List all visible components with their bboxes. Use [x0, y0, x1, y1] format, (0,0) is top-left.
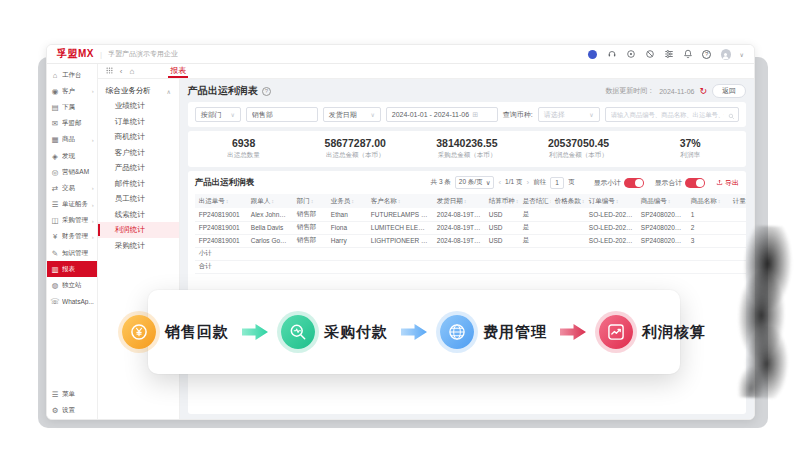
sidebar-item-menu[interactable]: ☰菜单	[47, 387, 97, 403]
chevron-down-icon[interactable]: ∨	[740, 51, 744, 58]
column-header[interactable]: 结算币种↕	[485, 194, 519, 208]
sidebar-item-marketing-am[interactable]: ◎营销&AM	[47, 164, 97, 180]
sidenav-item[interactable]: 业绩统计	[98, 98, 179, 114]
sidebar-item-procurement[interactable]: ◫采购管理›	[47, 213, 97, 229]
date-type-value: 发货日期	[329, 110, 357, 120]
filter-icon[interactable]	[664, 49, 674, 59]
chevron-down-icon: ∨	[370, 111, 374, 118]
export-label: 导出	[725, 178, 739, 188]
sidebar-item-settings[interactable]: ⚙设置	[47, 403, 97, 419]
table-cell: SP24080200001	[637, 234, 687, 247]
column-header[interactable]: 是否结汇↕	[519, 194, 551, 208]
table-cell: FP240819001	[195, 221, 247, 234]
total-toggle-label: 显示合计	[655, 178, 682, 188]
banner-step-label: 采购付款	[324, 323, 388, 342]
sidebar-item-fumeng-mail[interactable]: ✉孚盟邮	[47, 116, 97, 132]
sidebar-item-knowledge[interactable]: ✎知识管理	[47, 245, 97, 261]
goto-page-input[interactable]	[550, 177, 564, 189]
tab-reports[interactable]: 报表	[168, 64, 188, 78]
bell-icon[interactable]	[683, 49, 693, 59]
total-toggle[interactable]	[685, 178, 705, 188]
column-label: 客户名称	[371, 197, 397, 204]
date-type-select[interactable]: 发货日期 ∨	[323, 107, 381, 122]
table-row[interactable]: FP240819001Carlos Gomez销售部HarryLIGHTPION…	[195, 234, 746, 247]
column-header[interactable]: 商品名称↕	[687, 194, 729, 208]
currency-select[interactable]: 请选择 ∨	[538, 107, 600, 122]
sidenav-item[interactable]: 商机统计	[98, 129, 179, 145]
sidebar-item-finance[interactable]: ¥财务管理›	[47, 229, 97, 245]
sidenav-item[interactable]: 订单统计	[98, 114, 179, 130]
sidenav-item[interactable]: 邮件统计	[98, 176, 179, 192]
sidebar-item-customers[interactable]: ◉客户›	[47, 83, 97, 99]
table-row[interactable]: FP240819001Bella Davis销售部FionaLUMITECH E…	[195, 221, 746, 234]
sidebar-item-discover[interactable]: ◈发现	[47, 148, 97, 164]
sidebar-item-workbench[interactable]: ⌂工作台	[47, 67, 97, 83]
grid-menu-icon[interactable]	[106, 67, 113, 76]
next-page-icon[interactable]: ›	[526, 178, 529, 187]
prev-page-icon[interactable]: ‹	[498, 178, 501, 187]
sort-icon: ↕	[668, 198, 671, 204]
summary-row: 小计	[195, 247, 746, 260]
theme-icon[interactable]	[588, 49, 598, 59]
sidebar-item-label: 营销&AM	[62, 168, 94, 177]
department-input[interactable]	[246, 107, 318, 122]
table-cell: FP240819001	[195, 234, 247, 247]
sidebar-item-subordinates[interactable]: ▤下属	[47, 99, 97, 115]
column-header[interactable]: 出运单号↕	[195, 194, 247, 208]
sidebar-item-products[interactable]: ▦商品›	[47, 132, 97, 148]
search-icon[interactable]	[728, 106, 735, 124]
column-header[interactable]: 业务员↕	[327, 194, 367, 208]
sidebar-item-whatsapp[interactable]: ☏WhatsAp...	[47, 294, 97, 310]
sidenav-group-header[interactable]: 综合业务分析 ∧	[98, 84, 179, 98]
table-cell: FP240819001	[195, 208, 247, 221]
page-size-select[interactable]: 20 条/页 ∨	[455, 176, 495, 189]
question-circle-icon[interactable]: ?	[262, 87, 271, 96]
sidenav-item[interactable]: 产品统计	[98, 160, 179, 176]
avatar[interactable]	[721, 49, 731, 59]
dnd-icon[interactable]	[645, 49, 655, 59]
target-icon[interactable]	[626, 49, 636, 59]
table-cell	[433, 247, 485, 260]
department-select-value: 按部门	[201, 110, 222, 120]
chevron-down-icon: ∨	[486, 179, 491, 187]
sidebar-item-independent-site[interactable]: ◍独立站	[47, 277, 97, 293]
table-cell: SO-LED-20240401	[585, 208, 637, 221]
stat-label: 利润率	[634, 151, 746, 160]
home-icon[interactable]: ⌂	[129, 67, 134, 76]
sidenav-item[interactable]: 员工统计	[98, 191, 179, 207]
column-label: 商品名称	[691, 197, 717, 204]
collapse-icon[interactable]: ‹	[120, 67, 123, 76]
table-cell	[367, 260, 433, 273]
sidenav-item[interactable]: 采购统计	[98, 238, 179, 254]
subtotal-toggle[interactable]	[624, 178, 644, 188]
table-cell	[485, 260, 519, 273]
date-range-picker[interactable]: 2024-01-01 - 2024-11-06 ⊞	[386, 107, 498, 122]
back-button[interactable]: 返回	[712, 84, 746, 98]
column-header[interactable]: 发货日期↕	[433, 194, 485, 208]
export-button[interactable]: 导出	[716, 178, 739, 188]
column-header[interactable]: 价格条款↕	[551, 194, 585, 208]
table-cell: LUMITECH ELECTR...	[367, 221, 433, 234]
search-input[interactable]	[605, 107, 739, 122]
refresh-icon[interactable]: ↻	[699, 86, 707, 96]
column-header[interactable]: 部门↕	[293, 194, 327, 208]
whatsapp-icon: ☏	[50, 297, 60, 306]
sidenav-item[interactable]: 客户统计	[98, 145, 179, 161]
sort-icon: ↕	[351, 198, 354, 204]
help-icon[interactable]: ?	[702, 49, 712, 59]
yen-coin-icon	[122, 315, 156, 349]
column-header[interactable]: 计量单位↕	[729, 194, 746, 208]
stat-block: 6938出运总数量	[188, 137, 300, 160]
headset-icon[interactable]	[607, 49, 617, 59]
column-header[interactable]: 商品编号↕	[637, 194, 687, 208]
sidebar-item-reports[interactable]: ▥报表	[47, 261, 97, 277]
sidenav-item[interactable]: 利润统计	[98, 222, 179, 238]
column-header[interactable]: 订单编号↕	[585, 194, 637, 208]
column-header[interactable]: 客户名称↕	[367, 194, 433, 208]
sidebar-item-trade[interactable]: ⇄交易›	[47, 180, 97, 196]
table-row[interactable]: FP240819001Alex Johnson销售部EthanFUTURELAM…	[195, 208, 746, 221]
column-header[interactable]: 跟单人↕	[247, 194, 293, 208]
sidebar-item-docs-shipping[interactable]: ☰单证船务›	[47, 197, 97, 213]
sidenav-item[interactable]: 线索统计	[98, 207, 179, 223]
department-select[interactable]: 按部门 ∨	[195, 107, 241, 122]
